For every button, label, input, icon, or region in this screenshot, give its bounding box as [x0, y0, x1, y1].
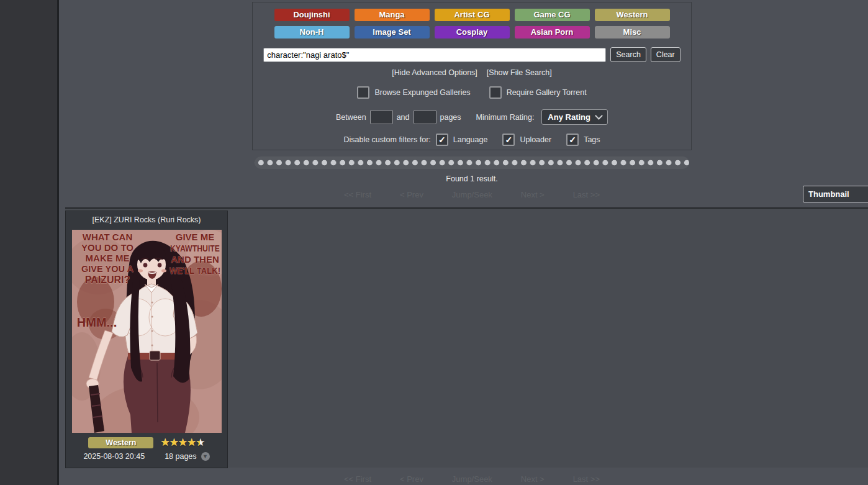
search-button[interactable]: Search: [610, 47, 646, 62]
category-button-doujinshi[interactable]: Doujinshi: [274, 9, 350, 21]
left-margin-strip: [0, 0, 59, 485]
star-overlay: ★★★★★: [160, 437, 200, 448]
pagination-jump: Jump/Seek: [452, 474, 492, 484]
category-filter-grid: Doujinshi Manga Artist CG Game CG Wester…: [274, 9, 670, 39]
pagination-prev: < Prev: [400, 190, 423, 199]
pagination-first: << First: [344, 474, 371, 484]
require-torrent-label: Require Gallery Torrent: [507, 88, 587, 97]
tags-filter-checkbox[interactable]: [566, 134, 579, 146]
pagination-next: Next >: [521, 474, 545, 484]
uploader-filter-label: Uploader: [520, 135, 551, 144]
pagination-bottom: << First < Prev Jump/Seek Next > Last >>: [344, 474, 600, 484]
svg-text:GIVE YOU A: GIVE YOU A: [81, 263, 133, 274]
search-panel: Doujinshi Manga Artist CG Game CG Wester…: [252, 2, 692, 150]
category-badge: Western: [88, 437, 153, 448]
browse-expunged-checkbox[interactable]: [357, 86, 369, 99]
category-button-misc[interactable]: Misc: [595, 26, 670, 39]
search-input[interactable]: [263, 48, 606, 62]
require-torrent-checkbox[interactable]: [489, 86, 502, 99]
result-count-text: Found 1 result.: [252, 175, 692, 183]
pagination-last: Last >>: [573, 190, 600, 199]
svg-text:MAKE ME: MAKE ME: [85, 253, 129, 263]
svg-text:WE'LL TALK!: WE'LL TALK!: [170, 265, 220, 276]
pages-label: pages: [440, 113, 461, 122]
download-arrow-icon[interactable]: ▼: [201, 452, 210, 461]
search-row: Search Clear: [263, 47, 680, 62]
and-label: and: [397, 113, 410, 122]
language-filter-label: Language: [453, 135, 488, 144]
pagination-prev: < Prev: [400, 474, 423, 484]
category-button-game-cg[interactable]: Game CG: [515, 9, 590, 21]
hide-advanced-options-link[interactable]: [Hide Advanced Options]: [392, 68, 477, 77]
gallery-results-table: [EKZ] ZURI Rocks (Ruri Rocks): [65, 207, 868, 468]
category-button-manga[interactable]: Manga: [355, 9, 430, 21]
svg-text:WHAT CAN: WHAT CAN: [82, 232, 132, 242]
category-button-artist-cg[interactable]: Artist CG: [435, 9, 510, 21]
svg-text:AND THEN: AND THEN: [171, 254, 219, 265]
pagination-first: << First: [344, 190, 371, 199]
language-filter-checkbox[interactable]: [436, 134, 448, 146]
star-rating[interactable]: ★★★★★ ★★★★★: [160, 437, 204, 448]
max-pages-input[interactable]: [414, 110, 436, 124]
svg-text:HMM...: HMM...: [76, 315, 116, 329]
pagination-top: << First < Prev Jump/Seek Next > Last >>: [344, 190, 600, 199]
category-button-western[interactable]: Western: [595, 9, 670, 21]
chevron-down-icon: [595, 112, 603, 120]
pagination-next: Next >: [521, 190, 545, 199]
gallery-meta-row: 2025-08-03 20:45 18 pages ▼: [83, 452, 209, 461]
expunged-torrent-row: Browse Expunged Galleries Require Galler…: [357, 86, 586, 99]
page-range-rating-row: Between and pages Minimum Rating: Any Ra…: [336, 109, 608, 125]
page-count: 18 pages: [165, 452, 196, 461]
minimum-rating-value: Any Rating: [548, 112, 590, 122]
svg-text:GIVE ME: GIVE ME: [175, 232, 214, 242]
posted-date: 2025-08-03 20:45: [83, 452, 145, 461]
page-root: Doujinshi Manga Artist CG Game CG Wester…: [0, 0, 868, 485]
custom-filters-row: Disable custom filters for: Language Upl…: [343, 134, 600, 146]
gallery-badge-row: Western ★★★★★ ★★★★★: [88, 437, 204, 448]
advanced-links-row: [Hide Advanced Options] [Show File Searc…: [392, 68, 552, 77]
gallery-thumbnail[interactable]: WHAT CAN YOU DO TO MAKE ME GIVE YOU A PA…: [72, 230, 222, 433]
min-pages-input[interactable]: [370, 110, 393, 124]
category-button-cosplay[interactable]: Cosplay: [435, 26, 510, 39]
category-button-image-set[interactable]: Image Set: [355, 26, 430, 39]
minimum-rating-select[interactable]: Any Rating: [541, 109, 608, 125]
show-file-search-link[interactable]: [Show File Search]: [487, 68, 552, 77]
category-button-non-h[interactable]: Non-H: [274, 26, 350, 39]
minimum-rating-label: Minimum Rating:: [476, 113, 535, 122]
category-button-asian-porn[interactable]: Asian Porn: [515, 26, 590, 39]
gallery-card[interactable]: [EKZ] ZURI Rocks (Ruri Rocks): [65, 211, 228, 468]
display-mode-select[interactable]: Thumbnail: [803, 186, 868, 202]
display-mode-value: Thumbnail: [808, 189, 849, 199]
pagination-last: Last >>: [573, 474, 600, 484]
browse-expunged-label: Browse Expunged Galleries: [374, 88, 470, 97]
tags-filter-label: Tags: [584, 135, 600, 144]
gallery-title[interactable]: [EKZ] ZURI Rocks (Ruri Rocks): [92, 215, 201, 224]
disable-filters-label: Disable custom filters for:: [343, 135, 430, 144]
svg-text:YOU DO TO: YOU DO TO: [81, 242, 133, 253]
uploader-filter-checkbox[interactable]: [502, 134, 515, 146]
clear-button[interactable]: Clear: [651, 47, 680, 62]
svg-text:KYAWTHUITE: KYAWTHUITE: [170, 243, 220, 253]
between-label: Between: [336, 113, 366, 122]
svg-text:PAIZURI?: PAIZURI?: [84, 274, 130, 285]
dots-separator: [255, 156, 689, 169]
pagination-jump: Jump/Seek: [452, 190, 492, 199]
speech-text-right: GIVE ME KYAWTHUITE AND THEN WE'LL TALK!: [170, 232, 220, 276]
